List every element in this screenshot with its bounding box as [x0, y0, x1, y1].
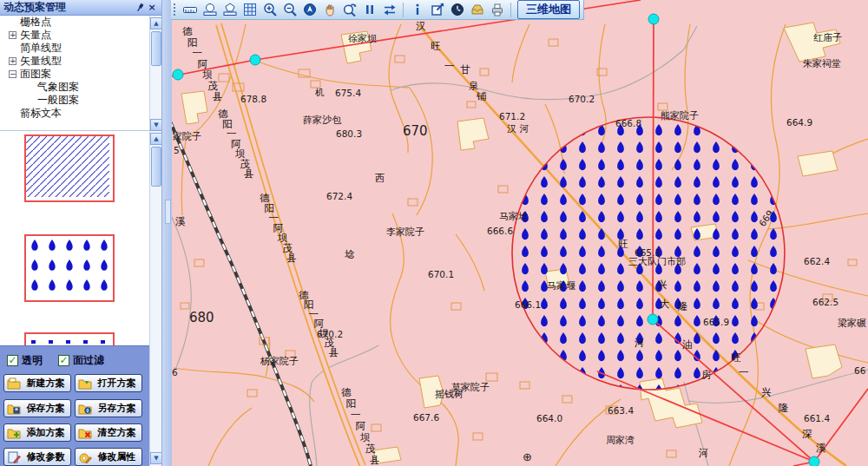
- tree-scrollbar-thumb[interactable]: [151, 31, 161, 66]
- map-label: 汉 河: [507, 123, 529, 135]
- scroll-up-icon[interactable]: ▲: [150, 17, 162, 30]
- map-label: 670.2: [569, 94, 595, 104]
- pan-hand-icon[interactable]: [320, 1, 339, 18]
- grid-icon[interactable]: [240, 1, 259, 18]
- zoom-previous-icon[interactable]: [340, 1, 358, 18]
- close-icon[interactable]: ×: [146, 2, 158, 14]
- toolbar-separator: [403, 3, 404, 17]
- measure-polygon-icon[interactable]: [220, 1, 239, 18]
- tree-item-area-pattern[interactable]: 面图案: [0, 68, 149, 81]
- zoom-out-icon[interactable]: [280, 1, 299, 18]
- tree-leaf-icon: [9, 109, 16, 117]
- map-label: 666.1: [515, 299, 541, 310]
- print-icon[interactable]: [488, 1, 506, 18]
- navigate-icon[interactable]: [300, 1, 319, 18]
- pattern-preview-drops[interactable]: [24, 234, 115, 302]
- map-label: 马家埝: [499, 211, 528, 222]
- tree-leaf-icon: [9, 18, 16, 26]
- map-label: 薛家沙包: [303, 115, 342, 126]
- checkbox-check-icon: [7, 355, 18, 366]
- vertex-handle[interactable]: [250, 55, 260, 65]
- map-label: 662.4: [804, 256, 830, 266]
- expand-icon[interactable]: [9, 57, 16, 65]
- map-label: 铺: [477, 90, 487, 102]
- map-canvas[interactable]: 徐家坝红庙子朱家祠堂薛家沙包熊家院子李家院子马家埝马家堰三大队门市部周家湾梁家碾…: [171, 0, 868, 466]
- edit-props-button[interactable]: 修改属性: [75, 448, 142, 466]
- vertex-handle[interactable]: [648, 14, 659, 24]
- edit-params-icon: [7, 451, 21, 463]
- expand-icon[interactable]: [9, 31, 16, 39]
- inbox-icon[interactable]: [468, 1, 486, 18]
- map-label: 671.2: [499, 111, 525, 121]
- map-label: 6: [172, 367, 178, 377]
- clear-plan-button[interactable]: 清空方案: [75, 423, 142, 442]
- tree-item-simple-line[interactable]: 简单线型: [0, 42, 149, 55]
- pin-icon[interactable]: [134, 2, 146, 14]
- tree-scroll-down-icon[interactable]: ▼: [150, 119, 162, 131]
- saveas-plan-button[interactable]: 另存方案: [75, 399, 142, 417]
- measure-distance-icon[interactable]: [181, 1, 199, 18]
- map-label: 大: [660, 298, 670, 310]
- add-plan-folder-icon: [7, 427, 21, 439]
- map-label: 溪: [175, 215, 186, 227]
- preview-scrollbar-thumb[interactable]: [151, 147, 161, 187]
- tree-item-vector-line[interactable]: 矢量线型: [0, 55, 149, 68]
- toolbar-separator: [510, 3, 511, 17]
- tree-item-general-pattern[interactable]: 一般图案: [0, 94, 149, 107]
- open-plan-button[interactable]: 打开方案: [75, 374, 142, 392]
- map-label: 兴: [657, 279, 667, 291]
- tree-item-vector-point[interactable]: 矢量点: [0, 29, 149, 42]
- edit-props-icon: [78, 451, 92, 463]
- toolbar-grip[interactable]: [173, 3, 177, 16]
- map-toolbar: 三维地图: [171, 0, 584, 20]
- map-label: 670.1: [428, 269, 454, 279]
- map-label: 667.6: [413, 412, 439, 423]
- symbol-tree: 栅格点 矢量点 简单线型 矢量线型 面图案 气象图案 一般图案 箭标文本: [0, 16, 149, 128]
- map-label: ⊕: [523, 450, 532, 463]
- map-label: 红庙子: [813, 32, 842, 43]
- map-3d-button[interactable]: 三维地图: [517, 0, 580, 19]
- map-label: 房: [701, 369, 712, 381]
- swap-icon[interactable]: [380, 1, 398, 18]
- map-label: 旺: [431, 40, 441, 52]
- face-filter-checkbox[interactable]: 面过滤: [58, 353, 104, 368]
- vertex-handle[interactable]: [173, 69, 183, 80]
- vertex-handle[interactable]: [809, 456, 819, 466]
- map-label: 678.8: [240, 94, 266, 104]
- map-label: 兴: [761, 386, 772, 398]
- clock-icon[interactable]: [448, 1, 466, 18]
- map-label: 680: [189, 310, 214, 325]
- map-label: 一: [444, 60, 455, 72]
- collapse-icon[interactable]: [9, 70, 16, 78]
- map-label: 深: [802, 428, 812, 440]
- zoom-in-icon[interactable]: [260, 1, 279, 18]
- new-plan-button[interactable]: 新建方案: [3, 374, 71, 392]
- pause-icon[interactable]: [360, 1, 378, 18]
- tree-item-arrow-text[interactable]: 箭标文本: [0, 107, 149, 120]
- tree-leaf-icon: [9, 44, 16, 52]
- panel-splitter[interactable]: [161, 0, 172, 466]
- add-plan-button[interactable]: 添加方案: [3, 423, 71, 442]
- map-label: 周家湾: [606, 435, 635, 446]
- map-label: 汉: [416, 20, 426, 32]
- map-label: 661.4: [804, 413, 830, 423]
- map-label: 油: [682, 338, 693, 351]
- vertex-handle[interactable]: [648, 314, 658, 325]
- map-label: 666.8: [615, 118, 641, 128]
- application-window: 徐家坝红庙子朱家祠堂薛家沙包熊家院子李家院子马家埝马家堰三大队门市部周家湾梁家碾…: [0, 0, 868, 466]
- edit-params-button[interactable]: 修改参数: [3, 448, 71, 466]
- tree-item-grid-point[interactable]: 栅格点: [0, 16, 149, 29]
- pattern-preview-hatch[interactable]: [24, 135, 115, 202]
- preview-scroll-down-icon[interactable]: ▼: [150, 452, 162, 464]
- info-icon[interactable]: [408, 1, 426, 18]
- save-plan-button[interactable]: 保存方案: [3, 399, 71, 417]
- measure-circle-icon[interactable]: [201, 1, 219, 18]
- map-label: 河: [634, 337, 645, 349]
- preview-scroll-up-icon[interactable]: ▲: [150, 133, 162, 145]
- transparent-checkbox[interactable]: 透明: [7, 353, 43, 368]
- pattern-preview-partial[interactable]: [24, 332, 115, 345]
- tree-item-weather-pattern[interactable]: 气象图案: [0, 81, 149, 94]
- map-label: 西: [375, 173, 385, 184]
- map-label: 5: [174, 145, 180, 155]
- export-icon[interactable]: [428, 1, 446, 18]
